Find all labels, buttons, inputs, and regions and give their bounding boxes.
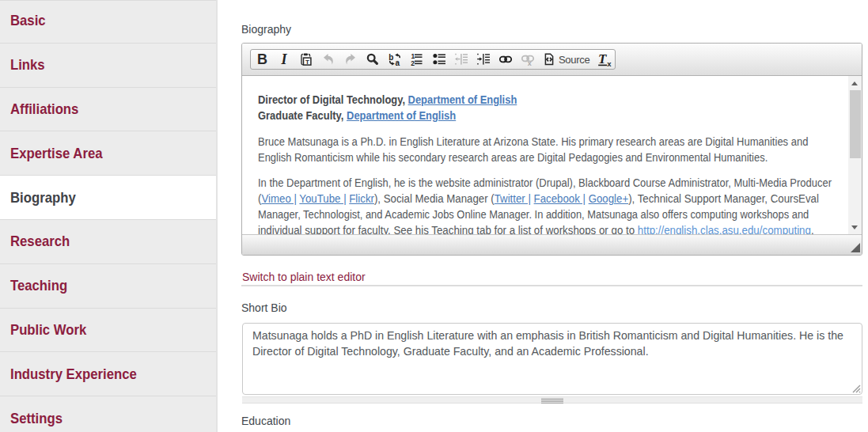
svg-text:b: b [389, 53, 393, 62]
svg-text:2: 2 [411, 59, 415, 66]
svg-text:T: T [598, 53, 607, 66]
svg-text:a: a [396, 59, 400, 66]
svg-text:x: x [608, 59, 612, 66]
svg-text:x: x [528, 59, 532, 66]
svg-text:T: T [305, 58, 309, 65]
